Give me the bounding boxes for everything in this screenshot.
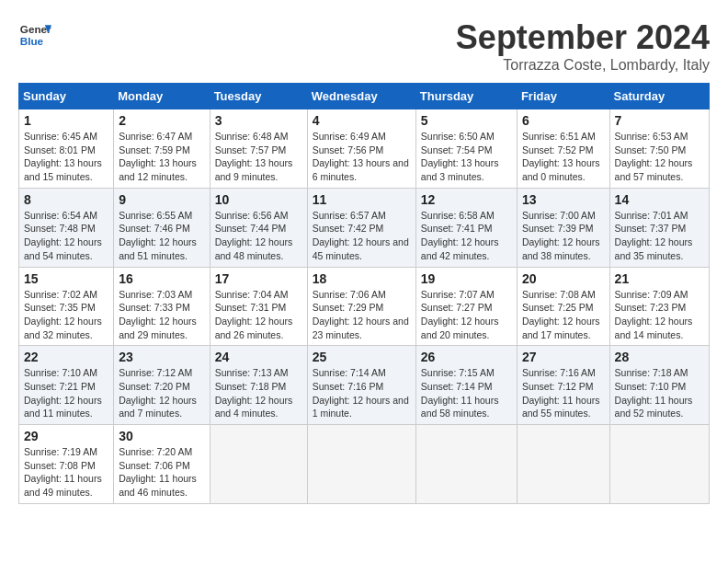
calendar-table: Sunday Monday Tuesday Wednesday Thursday… bbox=[18, 83, 710, 504]
calendar-cell: 13Sunrise: 7:00 AM Sunset: 7:39 PM Dayli… bbox=[517, 188, 609, 267]
day-number: 30 bbox=[119, 429, 204, 443]
day-info: Sunrise: 7:10 AM Sunset: 7:21 PM Dayligh… bbox=[24, 366, 108, 420]
calendar-row-4: 22Sunrise: 7:10 AM Sunset: 7:21 PM Dayli… bbox=[19, 346, 710, 425]
calendar-cell: 16Sunrise: 7:03 AM Sunset: 7:33 PM Dayli… bbox=[114, 267, 210, 346]
day-number: 22 bbox=[24, 350, 108, 364]
day-info: Sunrise: 7:20 AM Sunset: 7:06 PM Dayligh… bbox=[119, 445, 204, 500]
day-number: 16 bbox=[119, 271, 204, 286]
day-number: 25 bbox=[313, 350, 411, 364]
page-container: General Blue September 2024 Torrazza Cos… bbox=[18, 18, 710, 504]
calendar-cell: 11Sunrise: 6:57 AM Sunset: 7:42 PM Dayli… bbox=[307, 188, 415, 267]
day-number: 27 bbox=[522, 350, 605, 364]
calendar-cell: 23Sunrise: 7:12 AM Sunset: 7:20 PM Dayli… bbox=[114, 346, 210, 425]
header-wednesday: Wednesday bbox=[307, 84, 415, 109]
calendar-cell: 30Sunrise: 7:20 AM Sunset: 7:06 PM Dayli… bbox=[114, 425, 210, 504]
calendar-cell: 21Sunrise: 7:09 AM Sunset: 7:23 PM Dayli… bbox=[609, 267, 709, 346]
day-info: Sunrise: 6:49 AM Sunset: 7:56 PM Dayligh… bbox=[313, 130, 411, 184]
day-info: Sunrise: 6:51 AM Sunset: 7:52 PM Dayligh… bbox=[522, 130, 605, 184]
day-info: Sunrise: 7:18 AM Sunset: 7:10 PM Dayligh… bbox=[615, 366, 704, 420]
day-number: 19 bbox=[421, 271, 512, 286]
day-number: 14 bbox=[615, 192, 704, 207]
day-info: Sunrise: 6:48 AM Sunset: 7:57 PM Dayligh… bbox=[215, 130, 302, 184]
logo-icon: General Blue bbox=[18, 18, 51, 52]
day-info: Sunrise: 7:09 AM Sunset: 7:23 PM Dayligh… bbox=[615, 288, 704, 342]
header: General Blue September 2024 Torrazza Cos… bbox=[18, 18, 710, 74]
day-number: 4 bbox=[313, 113, 411, 128]
day-number: 11 bbox=[313, 192, 411, 207]
day-info: Sunrise: 6:56 AM Sunset: 7:44 PM Dayligh… bbox=[215, 209, 302, 263]
day-number: 26 bbox=[421, 350, 512, 364]
day-number: 2 bbox=[119, 113, 204, 128]
calendar-cell: 10Sunrise: 6:56 AM Sunset: 7:44 PM Dayli… bbox=[210, 188, 307, 267]
logo: General Blue bbox=[18, 18, 51, 52]
day-info: Sunrise: 6:47 AM Sunset: 7:59 PM Dayligh… bbox=[119, 130, 204, 184]
day-info: Sunrise: 7:13 AM Sunset: 7:18 PM Dayligh… bbox=[215, 366, 302, 420]
day-info: Sunrise: 7:12 AM Sunset: 7:20 PM Dayligh… bbox=[119, 366, 204, 420]
day-number: 1 bbox=[24, 113, 108, 128]
calendar-cell: 1Sunrise: 6:45 AM Sunset: 8:01 PM Daylig… bbox=[19, 109, 114, 189]
day-number: 28 bbox=[615, 350, 704, 364]
day-info: Sunrise: 6:54 AM Sunset: 7:48 PM Dayligh… bbox=[24, 209, 108, 263]
calendar-cell: 12Sunrise: 6:58 AM Sunset: 7:41 PM Dayli… bbox=[415, 188, 517, 267]
calendar-cell bbox=[609, 425, 709, 504]
calendar-cell: 8Sunrise: 6:54 AM Sunset: 7:48 PM Daylig… bbox=[19, 188, 114, 267]
day-number: 18 bbox=[313, 271, 411, 286]
calendar-cell: 22Sunrise: 7:10 AM Sunset: 7:21 PM Dayli… bbox=[19, 346, 114, 425]
calendar-cell: 6Sunrise: 6:51 AM Sunset: 7:52 PM Daylig… bbox=[517, 109, 609, 189]
calendar-cell: 19Sunrise: 7:07 AM Sunset: 7:27 PM Dayli… bbox=[415, 267, 517, 346]
title-section: September 2024 Torrazza Coste, Lombardy,… bbox=[456, 18, 710, 74]
day-number: 6 bbox=[522, 113, 605, 128]
day-info: Sunrise: 6:45 AM Sunset: 8:01 PM Dayligh… bbox=[24, 130, 108, 184]
day-number: 17 bbox=[215, 271, 302, 286]
day-info: Sunrise: 6:50 AM Sunset: 7:54 PM Dayligh… bbox=[421, 130, 512, 184]
calendar-cell: 25Sunrise: 7:14 AM Sunset: 7:16 PM Dayli… bbox=[307, 346, 415, 425]
calendar-cell: 15Sunrise: 7:02 AM Sunset: 7:35 PM Dayli… bbox=[19, 267, 114, 346]
day-info: Sunrise: 7:08 AM Sunset: 7:25 PM Dayligh… bbox=[522, 288, 605, 342]
day-info: Sunrise: 7:01 AM Sunset: 7:37 PM Dayligh… bbox=[615, 209, 704, 263]
header-monday: Monday bbox=[114, 84, 210, 109]
day-number: 3 bbox=[215, 113, 302, 128]
day-info: Sunrise: 7:19 AM Sunset: 7:08 PM Dayligh… bbox=[24, 445, 108, 500]
calendar-title: September 2024 bbox=[456, 18, 710, 57]
header-thursday: Thursday bbox=[415, 84, 517, 109]
calendar-cell: 18Sunrise: 7:06 AM Sunset: 7:29 PM Dayli… bbox=[307, 267, 415, 346]
day-info: Sunrise: 6:58 AM Sunset: 7:41 PM Dayligh… bbox=[421, 209, 512, 263]
day-number: 5 bbox=[421, 113, 512, 128]
calendar-cell bbox=[307, 425, 415, 504]
calendar-cell: 3Sunrise: 6:48 AM Sunset: 7:57 PM Daylig… bbox=[210, 109, 307, 189]
calendar-cell: 4Sunrise: 6:49 AM Sunset: 7:56 PM Daylig… bbox=[307, 109, 415, 189]
calendar-row-5: 29Sunrise: 7:19 AM Sunset: 7:08 PM Dayli… bbox=[19, 425, 710, 504]
day-info: Sunrise: 6:53 AM Sunset: 7:50 PM Dayligh… bbox=[615, 130, 704, 184]
day-number: 24 bbox=[215, 350, 302, 364]
header-tuesday: Tuesday bbox=[210, 84, 307, 109]
calendar-cell: 9Sunrise: 6:55 AM Sunset: 7:46 PM Daylig… bbox=[114, 188, 210, 267]
calendar-row-2: 8Sunrise: 6:54 AM Sunset: 7:48 PM Daylig… bbox=[19, 188, 710, 267]
day-info: Sunrise: 7:02 AM Sunset: 7:35 PM Dayligh… bbox=[24, 288, 108, 342]
calendar-row-3: 15Sunrise: 7:02 AM Sunset: 7:35 PM Dayli… bbox=[19, 267, 710, 346]
calendar-cell: 17Sunrise: 7:04 AM Sunset: 7:31 PM Dayli… bbox=[210, 267, 307, 346]
header-saturday: Saturday bbox=[609, 84, 709, 109]
calendar-cell: 29Sunrise: 7:19 AM Sunset: 7:08 PM Dayli… bbox=[19, 425, 114, 504]
day-number: 29 bbox=[24, 429, 108, 443]
header-friday: Friday bbox=[517, 84, 609, 109]
calendar-cell: 26Sunrise: 7:15 AM Sunset: 7:14 PM Dayli… bbox=[415, 346, 517, 425]
calendar-cell bbox=[210, 425, 307, 504]
calendar-cell: 24Sunrise: 7:13 AM Sunset: 7:18 PM Dayli… bbox=[210, 346, 307, 425]
svg-text:Blue: Blue bbox=[20, 35, 44, 47]
calendar-cell bbox=[415, 425, 517, 504]
calendar-row-1: 1Sunrise: 6:45 AM Sunset: 8:01 PM Daylig… bbox=[19, 109, 710, 189]
day-info: Sunrise: 7:03 AM Sunset: 7:33 PM Dayligh… bbox=[119, 288, 204, 342]
day-number: 13 bbox=[522, 192, 605, 207]
calendar-cell: 20Sunrise: 7:08 AM Sunset: 7:25 PM Dayli… bbox=[517, 267, 609, 346]
day-info: Sunrise: 7:06 AM Sunset: 7:29 PM Dayligh… bbox=[313, 288, 411, 342]
day-number: 21 bbox=[615, 271, 704, 286]
day-number: 10 bbox=[215, 192, 302, 207]
weekday-header-row: Sunday Monday Tuesday Wednesday Thursday… bbox=[19, 84, 710, 109]
day-number: 20 bbox=[522, 271, 605, 286]
day-number: 9 bbox=[119, 192, 204, 207]
calendar-cell: 7Sunrise: 6:53 AM Sunset: 7:50 PM Daylig… bbox=[609, 109, 709, 189]
day-number: 23 bbox=[119, 350, 204, 364]
header-sunday: Sunday bbox=[19, 84, 114, 109]
day-info: Sunrise: 7:14 AM Sunset: 7:16 PM Dayligh… bbox=[313, 366, 411, 420]
day-info: Sunrise: 6:57 AM Sunset: 7:42 PM Dayligh… bbox=[313, 209, 411, 263]
